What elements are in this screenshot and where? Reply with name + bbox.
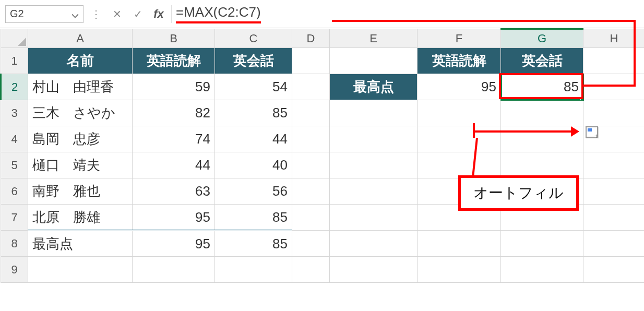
cell-B9[interactable] bbox=[133, 257, 215, 283]
cell-E1[interactable] bbox=[330, 48, 418, 74]
cell-C8[interactable]: 85 bbox=[215, 231, 292, 257]
cancel-icon[interactable]: ✕ bbox=[109, 6, 125, 22]
cell-H9[interactable] bbox=[583, 257, 645, 283]
cell-B4[interactable]: 74 bbox=[133, 126, 215, 152]
row-header-9[interactable]: 9 bbox=[1, 257, 28, 283]
autofill-options-icon[interactable] bbox=[586, 126, 598, 138]
row-header-7[interactable]: 7 bbox=[1, 205, 28, 231]
name-box[interactable]: G2 bbox=[5, 5, 84, 23]
cell-A9[interactable] bbox=[28, 257, 133, 283]
cell-F3[interactable] bbox=[418, 100, 501, 126]
cell-E3[interactable] bbox=[330, 100, 418, 126]
cell-C4[interactable]: 44 bbox=[215, 126, 292, 152]
column-header-row: A B C D E F G H bbox=[1, 29, 645, 48]
row-header-6[interactable]: 6 bbox=[1, 178, 28, 205]
cell-C1[interactable]: 英会話 bbox=[215, 48, 292, 74]
annotation-autofill-text: オートフィル bbox=[473, 185, 564, 201]
col-header-E[interactable]: E bbox=[330, 29, 418, 48]
col-header-B[interactable]: B bbox=[133, 29, 215, 48]
row-1: 1 名前 英語読解 英会話 英語読解 英会話 bbox=[1, 48, 645, 74]
col-header-C[interactable]: C bbox=[215, 29, 292, 48]
cell-A4[interactable]: 島岡 忠彦 bbox=[28, 126, 133, 152]
cell-B5[interactable]: 44 bbox=[133, 152, 215, 178]
cell-A5[interactable]: 樋口 靖夫 bbox=[28, 152, 133, 178]
row-3: 3 三木 さやか 82 85 bbox=[1, 100, 645, 126]
cell-A3[interactable]: 三木 さやか bbox=[28, 100, 133, 126]
row-9: 9 bbox=[1, 257, 645, 283]
formula-text: =MAX(C2:C7) bbox=[176, 4, 261, 23]
cell-D5[interactable] bbox=[292, 152, 330, 178]
cell-E2[interactable]: 最高点 bbox=[330, 74, 418, 100]
cell-C7[interactable]: 85 bbox=[215, 205, 292, 231]
chevron-down-icon[interactable] bbox=[71, 10, 79, 18]
row-header-8[interactable]: 8 bbox=[1, 231, 28, 257]
row-header-1[interactable]: 1 bbox=[1, 48, 28, 74]
col-header-G[interactable]: G bbox=[501, 29, 583, 48]
cell-E5[interactable] bbox=[330, 152, 418, 178]
cell-B6[interactable]: 63 bbox=[133, 178, 215, 205]
annotation-connector-right bbox=[634, 20, 636, 86]
cell-D7[interactable] bbox=[292, 205, 330, 231]
row-header-2[interactable]: 2 bbox=[1, 74, 28, 100]
name-box-value: G2 bbox=[10, 8, 24, 20]
cell-F9[interactable] bbox=[418, 257, 501, 283]
insert-function-icon[interactable]: fx bbox=[150, 6, 167, 22]
cell-D6[interactable] bbox=[292, 178, 330, 205]
cell-A1[interactable]: 名前 bbox=[28, 48, 133, 74]
cell-C9[interactable] bbox=[215, 257, 292, 283]
cell-G9[interactable] bbox=[501, 257, 583, 283]
cell-H7[interactable] bbox=[583, 205, 645, 231]
cell-E8[interactable] bbox=[330, 231, 418, 257]
cell-A7[interactable]: 北原 勝雄 bbox=[28, 205, 133, 231]
cell-C2[interactable]: 54 bbox=[215, 74, 292, 100]
cell-B2[interactable]: 59 bbox=[133, 74, 215, 100]
col-header-D[interactable]: D bbox=[292, 29, 330, 48]
cell-F5[interactable] bbox=[418, 152, 501, 178]
cell-B1[interactable]: 英語読解 bbox=[133, 48, 215, 74]
cell-G1[interactable]: 英会話 bbox=[501, 48, 583, 74]
row-2: 2 村山 由理香 59 54 最高点 95 85 bbox=[1, 74, 645, 100]
cell-A6[interactable]: 南野 雅也 bbox=[28, 178, 133, 205]
cell-D4[interactable] bbox=[292, 126, 330, 152]
cell-C6[interactable]: 56 bbox=[215, 178, 292, 205]
cell-E7[interactable] bbox=[330, 205, 418, 231]
cell-E6[interactable] bbox=[330, 178, 418, 205]
cell-B7[interactable]: 95 bbox=[133, 205, 215, 231]
row-header-3[interactable]: 3 bbox=[1, 100, 28, 126]
cell-B8[interactable]: 95 bbox=[133, 231, 215, 257]
cell-G5[interactable] bbox=[501, 152, 583, 178]
cell-C5[interactable]: 40 bbox=[215, 152, 292, 178]
annotation-connector-top bbox=[332, 20, 636, 22]
cell-F1[interactable]: 英語読解 bbox=[418, 48, 501, 74]
cell-G8[interactable] bbox=[501, 231, 583, 257]
row-header-4[interactable]: 4 bbox=[1, 126, 28, 152]
cell-D1[interactable] bbox=[292, 48, 330, 74]
cell-A8[interactable]: 最高点 bbox=[28, 231, 133, 257]
divider-icon: ⋮ bbox=[88, 6, 104, 22]
cell-F2[interactable]: 95 bbox=[418, 74, 501, 100]
col-header-A[interactable]: A bbox=[28, 29, 133, 48]
cell-E9[interactable] bbox=[330, 257, 418, 283]
cell-C3[interactable]: 85 bbox=[215, 100, 292, 126]
cell-F4[interactable] bbox=[418, 126, 501, 152]
cell-D9[interactable] bbox=[292, 257, 330, 283]
cell-E4[interactable] bbox=[330, 126, 418, 152]
cell-H5[interactable] bbox=[583, 152, 645, 178]
enter-icon[interactable]: ✓ bbox=[129, 6, 146, 22]
cell-A2[interactable]: 村山 由理香 bbox=[28, 74, 133, 100]
select-all-corner[interactable] bbox=[1, 29, 28, 48]
cell-D3[interactable] bbox=[292, 100, 330, 126]
cell-D8[interactable] bbox=[292, 231, 330, 257]
spreadsheet-grid: A B C D E F G H 1 名前 英語読解 英会話 英語読解 英会話 2… bbox=[0, 28, 644, 283]
cell-F8[interactable] bbox=[418, 231, 501, 257]
grid-table: A B C D E F G H 1 名前 英語読解 英会話 英語読解 英会話 2… bbox=[0, 28, 644, 283]
cell-H6[interactable] bbox=[583, 178, 645, 205]
cell-H8[interactable] bbox=[583, 231, 645, 257]
cell-G2[interactable]: 85 bbox=[501, 74, 583, 100]
row-header-5[interactable]: 5 bbox=[1, 152, 28, 178]
cell-H3[interactable] bbox=[583, 100, 645, 126]
cell-G3[interactable] bbox=[501, 100, 583, 126]
cell-D2[interactable] bbox=[292, 74, 330, 100]
cell-B3[interactable]: 82 bbox=[133, 100, 215, 126]
col-header-F[interactable]: F bbox=[418, 29, 501, 48]
